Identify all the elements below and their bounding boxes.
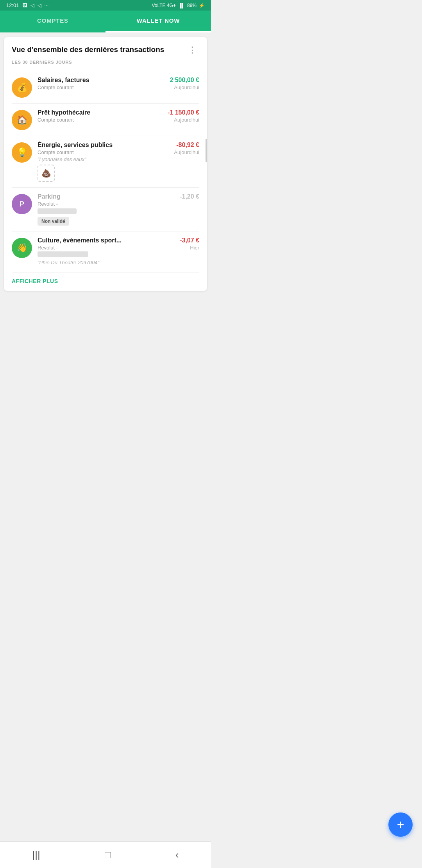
tx-body-energie: Énergie, services publics Compte courant… <box>38 142 171 182</box>
tx-body-pret: Prêt hypothécaire Compte courant <box>38 109 165 123</box>
tx-body-culture: Culture, événements sport... Revolut - "… <box>38 237 177 265</box>
tx-name-pret: Prêt hypothécaire <box>38 109 165 116</box>
transaction-parking[interactable]: P Parking Revolut - Non validé -1,20 € <box>12 187 199 231</box>
tx-body-parking: Parking Revolut - Non validé <box>38 193 177 226</box>
status-time: 12:01 <box>6 2 19 8</box>
tx-name-energie: Énergie, services publics <box>38 142 171 149</box>
transaction-energie[interactable]: 💡 Énergie, services publics Compte coura… <box>12 136 199 187</box>
tx-date-pret: Aujourd'hui <box>168 117 199 123</box>
status-nav2-icon: ◁ <box>38 2 41 8</box>
tab-wallet-now[interactable]: WALLET NOW <box>106 11 211 32</box>
tx-name-culture: Culture, événements sport... <box>38 237 177 244</box>
tx-date-salaires: Aujourd'hui <box>170 84 199 90</box>
tx-pending-badge: Non validé <box>38 217 69 226</box>
status-bar: 12:01 🖼 ◁ ◁ ··· VoLTE 4G+ ▐▌ 89% ⚡ <box>0 0 211 11</box>
tab-bar: COMPTES WALLET NOW <box>0 11 211 32</box>
status-photo-icon: 🖼 <box>22 2 27 8</box>
show-more-button[interactable]: AFFICHER PLUS <box>12 278 58 284</box>
tx-right-parking: -1,20 € <box>180 193 199 200</box>
status-signal-icon: ▐▌ <box>178 3 185 8</box>
tx-date-culture: Hier <box>180 245 199 251</box>
transaction-pret[interactable]: 🏠 Prêt hypothécaire Compte courant -1 15… <box>12 103 199 136</box>
tx-date-energie: Aujourd'hui <box>174 149 199 155</box>
tx-blurred-culture <box>38 251 88 257</box>
tx-name-salaires: Salaires, factures <box>38 77 166 84</box>
tx-sub-energie: Compte courant <box>38 149 171 155</box>
more-menu-button[interactable]: ⋮ <box>186 45 199 55</box>
tx-subdetail-energie: "Lyonnaise des eaux" <box>38 156 171 162</box>
tx-sub-salaires: Compte courant <box>38 84 166 90</box>
status-dots-icon: ··· <box>45 2 49 8</box>
status-bar-left: 12:01 🖼 ◁ ◁ ··· <box>6 2 48 8</box>
tx-amount-pret: -1 150,00 € <box>168 109 199 116</box>
tx-amount-culture: -3,07 € <box>180 237 199 244</box>
tx-icon-energie: 💡 <box>12 142 32 163</box>
status-nav-icon: ◁ <box>30 2 34 8</box>
tx-amount-parking: -1,20 € <box>180 193 199 200</box>
status-battery-icon: ⚡ <box>199 3 205 8</box>
tx-right-energie: -80,92 € Aujourd'hui <box>174 142 199 155</box>
card-title: Vue d'ensemble des dernières transaction… <box>12 45 164 55</box>
transaction-salaires[interactable]: 💰 Salaires, factures Compte courant 2 50… <box>12 71 199 103</box>
tx-icon-parking: P <box>12 194 32 214</box>
status-battery: 89% <box>187 3 197 8</box>
tx-right-salaires: 2 500,00 € Aujourd'hui <box>170 77 199 90</box>
transaction-culture[interactable]: 👋 Culture, événements sport... Revolut -… <box>12 231 199 271</box>
status-bar-right: VoLTE 4G+ ▐▌ 89% ⚡ <box>152 3 205 8</box>
tx-sub-pret: Compte courant <box>38 117 165 123</box>
tx-amount-salaires: 2 500,00 € <box>170 77 199 84</box>
transactions-card: Vue d'ensemble des dernières transaction… <box>4 37 207 291</box>
tx-emoji-energie: 💩 <box>38 165 55 182</box>
tx-sub2-parking <box>38 208 77 214</box>
tx-icon-culture: 👋 <box>12 238 32 258</box>
card-header: Vue d'ensemble des dernières transaction… <box>12 45 199 55</box>
tx-sub1-culture: Revolut - <box>38 245 177 251</box>
tx-body-salaires: Salaires, factures Compte courant <box>38 77 166 90</box>
period-label: LES 30 DERNIERS JOURS <box>12 60 199 65</box>
tx-icon-salaires: 💰 <box>12 77 32 98</box>
tx-right-pret: -1 150,00 € Aujourd'hui <box>168 109 199 123</box>
tx-sub1-parking: Revolut - <box>38 201 177 207</box>
tab-comptes[interactable]: COMPTES <box>0 11 106 32</box>
show-more-row: AFFICHER PLUS <box>12 273 199 286</box>
tx-amount-energie: -80,92 € <box>174 142 199 149</box>
status-network: VoLTE 4G+ <box>152 3 175 8</box>
tx-subdetail-culture: "Phie Du Theatre 2097004" <box>38 260 177 265</box>
tx-name-parking: Parking <box>38 193 177 200</box>
scrollbar[interactable] <box>206 139 207 162</box>
tx-icon-pret: 🏠 <box>12 110 32 130</box>
tx-right-culture: -3,07 € Hier <box>180 237 199 251</box>
